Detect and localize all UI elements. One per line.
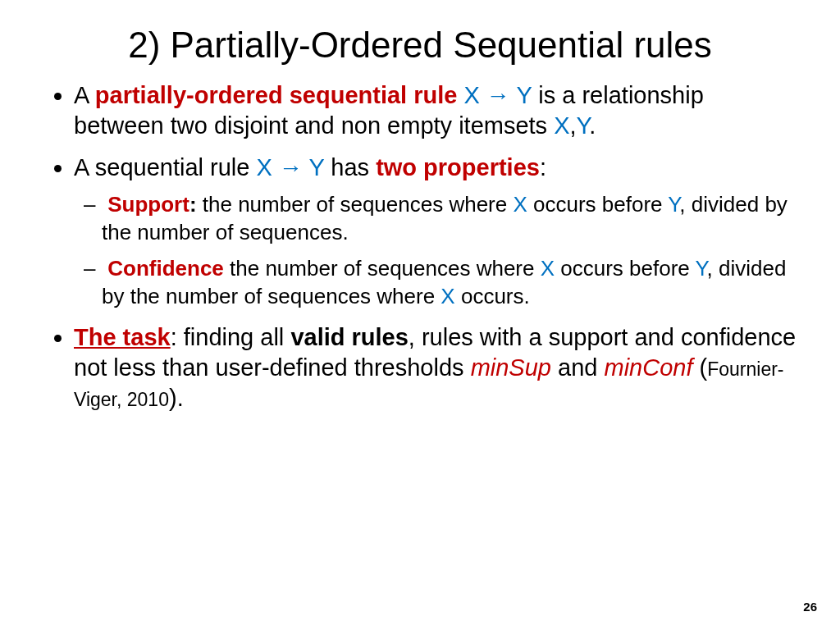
var-y: Y <box>577 112 590 139</box>
bullet-item-2: A sequential rule X → Y has two properti… <box>74 153 799 310</box>
term-minsup: minSup <box>471 354 551 381</box>
text: A <box>74 82 95 108</box>
term-two-properties: two properties <box>376 154 540 180</box>
text: ( <box>700 354 708 381</box>
text: A sequential rule <box>74 154 256 180</box>
text: . <box>589 112 596 139</box>
term-minconf: minConf <box>604 354 699 381</box>
slide-title: 2) Partially-Ordered Sequential rules <box>41 25 799 66</box>
var-y: Y <box>696 256 707 281</box>
var-x: X <box>541 256 555 281</box>
term-partially-ordered: partially-ordered sequential rule <box>95 82 464 108</box>
sub-bullet-support: Support: the number of sequences where X… <box>102 191 799 247</box>
sub-bullet-confidence: Confidence the number of sequences where… <box>102 255 799 311</box>
term-the-task: The task <box>74 324 171 350</box>
term-valid-rules: valid rules <box>290 324 408 350</box>
slide: 2) Partially-Ordered Sequential rules A … <box>0 0 840 630</box>
bullet-list: A partially-ordered sequential rule X → … <box>41 80 799 413</box>
text: occurs before <box>527 192 669 217</box>
text: occurs before <box>555 256 696 281</box>
text: the number of sequences where <box>224 256 541 281</box>
expr-xy: X → Y <box>463 82 532 108</box>
text: , <box>570 112 577 139</box>
text: : <box>540 154 546 180</box>
text: : <box>189 192 203 217</box>
text: : finding all <box>171 324 291 350</box>
text: and <box>551 354 605 381</box>
var-x: X <box>441 284 454 308</box>
page-number: 26 <box>803 600 817 614</box>
var-x: X <box>554 112 569 139</box>
text: has <box>324 154 376 180</box>
text: occurs. <box>455 284 530 308</box>
text: the number of sequences where <box>203 192 514 217</box>
bullet-item-1: A partially-ordered sequential rule X → … <box>74 80 799 141</box>
expr-xy: X → Y <box>256 154 324 180</box>
term-confidence: Confidence <box>107 256 224 281</box>
var-x: X <box>513 192 527 217</box>
bullet-item-3: The task: finding all valid rules, rules… <box>74 322 799 413</box>
term-support: Support <box>107 192 189 217</box>
var-y: Y <box>668 192 679 217</box>
text: ). <box>169 385 184 411</box>
sub-bullet-list: Support: the number of sequences where X… <box>74 191 799 310</box>
